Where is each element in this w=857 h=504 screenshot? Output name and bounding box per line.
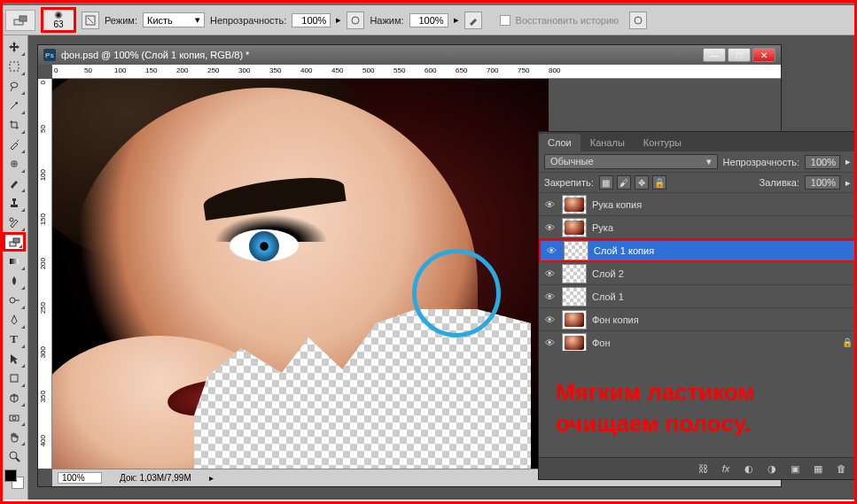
- path-select-tool[interactable]: [3, 349, 26, 368]
- history-brush-tool[interactable]: [3, 213, 26, 232]
- tab-paths[interactable]: Контуры: [635, 134, 690, 151]
- layer-row[interactable]: Фон копия: [539, 308, 856, 331]
- layer-row[interactable]: Рука копия: [539, 193, 856, 216]
- delete-button[interactable]: 🗑: [833, 461, 849, 476]
- brush-size-picker[interactable]: 63: [41, 7, 76, 33]
- group-button[interactable]: ▣: [787, 461, 803, 476]
- visibility-toggle[interactable]: [542, 336, 557, 350]
- healing-tool[interactable]: [3, 154, 26, 174]
- crop-tool[interactable]: [3, 115, 26, 135]
- restore-history-checkbox[interactable]: [500, 15, 510, 26]
- layer-name[interactable]: Фон копия: [592, 314, 853, 325]
- brush-preview-icon: [54, 11, 63, 19]
- lock-pixels-button[interactable]: 🖌: [617, 175, 631, 190]
- visibility-toggle[interactable]: [542, 267, 557, 281]
- adjustment-button[interactable]: ◑: [764, 461, 780, 476]
- lock-transparent-button[interactable]: ▦: [599, 175, 613, 190]
- layer-row[interactable]: Слой 2: [539, 262, 856, 285]
- layer-row[interactable]: Фон 🔒: [539, 331, 856, 351]
- camera-tool[interactable]: [3, 407, 26, 427]
- lock-position-button[interactable]: ✥: [635, 175, 649, 190]
- pen-tool[interactable]: [3, 310, 26, 330]
- ruler-vertical[interactable]: 0 50 100 150 200 250 300 350 400: [38, 79, 52, 469]
- shape-tool[interactable]: [3, 368, 26, 388]
- visibility-toggle[interactable]: [542, 290, 557, 304]
- brush-panel-button[interactable]: [82, 12, 99, 29]
- tool-preset-button[interactable]: [5, 10, 35, 31]
- pressure-size-button[interactable]: [629, 12, 647, 29]
- layer-row[interactable]: Слой 1: [539, 285, 856, 308]
- layer-name[interactable]: Фон: [592, 337, 837, 348]
- layer-thumb[interactable]: [564, 241, 588, 260]
- layer-name[interactable]: Слой 1 копия: [594, 245, 851, 256]
- move-tool[interactable]: [3, 37, 26, 57]
- ruler-horizontal[interactable]: 0 50 100 150 200 250 300 350 400 450 500…: [52, 65, 781, 79]
- minimize-button[interactable]: —: [703, 48, 726, 62]
- blur-tool[interactable]: [3, 271, 26, 291]
- lock-all-button[interactable]: 🔒: [652, 175, 666, 190]
- layer-name[interactable]: Слой 2: [592, 268, 853, 279]
- airbrush-icon: [468, 15, 479, 26]
- status-arrow-icon[interactable]: ▸: [209, 473, 214, 483]
- layer-thumb[interactable]: [562, 218, 587, 237]
- layer-thumb[interactable]: [562, 264, 587, 283]
- layer-name[interactable]: Слой 1: [592, 291, 853, 302]
- eraser-tool[interactable]: [3, 232, 26, 252]
- svg-rect-11: [11, 205, 18, 207]
- zoom-tool[interactable]: [3, 446, 26, 466]
- dodge-tool[interactable]: [3, 291, 26, 310]
- tab-layers[interactable]: Слои: [539, 134, 580, 151]
- lasso-tool[interactable]: [3, 76, 26, 96]
- blend-mode-select[interactable]: Обычные ▾: [544, 154, 718, 169]
- visibility-toggle[interactable]: [542, 198, 557, 212]
- airbrush-button[interactable]: [464, 12, 482, 29]
- visibility-toggle[interactable]: [542, 313, 557, 327]
- panel-footer: ⛓ fx ◐ ◑ ▣ ▦ 🗑: [539, 457, 856, 479]
- layer-fx-button[interactable]: fx: [718, 461, 734, 476]
- brush-tool[interactable]: [3, 174, 26, 193]
- mode-label: Режим:: [105, 15, 137, 26]
- tab-channels[interactable]: Каналы: [581, 134, 634, 151]
- document-header[interactable]: Ps фон.psd @ 100% (Слой 1 копия, RGB/8) …: [38, 45, 781, 65]
- layer-name[interactable]: Рука: [592, 222, 853, 233]
- layer-thumb[interactable]: [562, 195, 587, 214]
- pressure-opacity-button[interactable]: [347, 12, 364, 29]
- mode-select[interactable]: Кисть ▾: [143, 12, 205, 27]
- layer-row-selected[interactable]: Слой 1 копия: [539, 239, 856, 262]
- stamp-tool[interactable]: [3, 193, 26, 213]
- 3d-tool[interactable]: [3, 388, 26, 407]
- svg-rect-13: [12, 198, 16, 201]
- layer-row[interactable]: Рука: [539, 216, 856, 239]
- svg-rect-17: [10, 259, 19, 264]
- new-layer-button[interactable]: ▦: [810, 461, 826, 476]
- type-tool[interactable]: T: [3, 330, 26, 349]
- layer-mask-button[interactable]: ◐: [741, 461, 757, 476]
- opacity-field[interactable]: 100%: [292, 13, 331, 27]
- layer-thumb[interactable]: [562, 333, 587, 352]
- opacity-arrow-icon[interactable]: ▸: [845, 156, 851, 167]
- fill-arrow-icon[interactable]: ▸: [845, 177, 851, 189]
- zoom-field[interactable]: 100%: [58, 472, 102, 484]
- hand-tool[interactable]: [3, 427, 26, 446]
- close-button[interactable]: ✕: [752, 48, 775, 62]
- fill-field[interactable]: 100%: [805, 175, 840, 190]
- gradient-tool[interactable]: [3, 252, 26, 271]
- svg-rect-6: [10, 62, 19, 71]
- layer-thumb[interactable]: [562, 287, 587, 306]
- visibility-toggle[interactable]: [542, 221, 557, 235]
- visibility-toggle[interactable]: [544, 244, 558, 258]
- canvas[interactable]: [52, 79, 549, 469]
- layer-name[interactable]: Рука копия: [592, 199, 853, 210]
- panel-opacity-field[interactable]: 100%: [805, 155, 840, 169]
- layer-thumb[interactable]: [562, 310, 587, 330]
- eyedropper-tool[interactable]: [3, 135, 26, 154]
- marquee-tool[interactable]: [3, 57, 26, 76]
- wand-tool[interactable]: [3, 96, 26, 115]
- flow-field[interactable]: 100%: [409, 13, 448, 27]
- color-swatch[interactable]: [4, 469, 24, 489]
- maximize-button[interactable]: □: [728, 48, 751, 62]
- restore-history-label: Восстановить историю: [516, 15, 619, 26]
- flow-arrow-icon[interactable]: ▸: [454, 14, 459, 26]
- link-layers-button[interactable]: ⛓: [695, 461, 711, 476]
- opacity-arrow-icon[interactable]: ▸: [336, 14, 341, 26]
